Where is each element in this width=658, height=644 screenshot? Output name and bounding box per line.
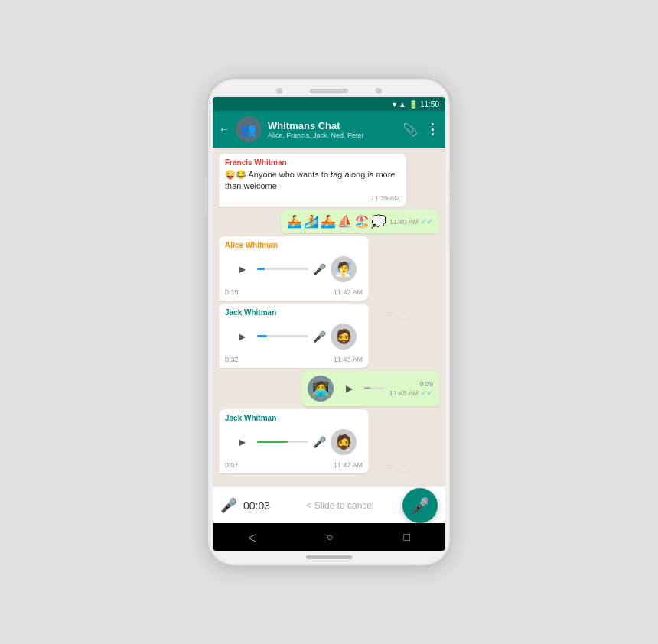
recording-mic-icon: 🎤 [220,497,237,514]
jack-duration: 0:32 [225,356,239,363]
jack-audio-content: ▶ 🎤 🧔 [225,319,363,354]
jack-progress-bar [257,335,308,337]
jack-play-button[interactable]: ▶ [231,326,252,347]
chat-title: Whitmans Chat [268,120,396,132]
recording-timer: 00:03 [243,499,278,512]
jack2-play-button[interactable]: ▶ [231,431,252,453]
group-avatar: 👥 [236,116,262,142]
sent-progress-fill [364,387,370,389]
progress-bar [257,268,308,270]
message-jack-audio-1: Jack Whitman ▶ 🎤 🧔 0:32 11:43 AM [219,304,369,368]
header-actions: 📎 ⋮ [402,121,439,138]
wifi-icon: ▾ [393,100,396,109]
jack2-progress-fill [257,441,288,443]
home-nav-button[interactable]: ○ [327,531,333,543]
jack-progress-fill [257,335,267,337]
sent-progress-bar [364,387,385,389]
jack2-audio-content: ▶ 🎤 🧔 [225,424,363,460]
phone-frame: ▾ ▲ 🔋 11:50 ← 👥 Whitmans Chat Alice, Fra… [207,77,451,567]
emoji-content: 🚣 🏄 🚣 ⛵ 🏖️ 💭 [287,214,386,229]
sent-audio-avatar: 🧑‍💻 [308,376,334,402]
status-bar: ▾ ▲ 🔋 11:50 [213,97,445,111]
mic-icon: 🎤 [313,263,326,275]
play-button[interactable]: ▶ [231,259,252,280]
sent-audio-time: 11:45 AM [389,389,419,397]
recent-nav-button[interactable]: □ [404,531,410,543]
chat-area: Francis Whitman 😜😂 Anyone who wants to t… [213,148,445,486]
battery-icon: 🔋 [409,100,418,109]
alice-audio-meta: 0:15 11:42 AM [225,288,363,296]
time-display: 11:50 [420,100,439,109]
alice-sender-name: Alice Whitman [225,241,363,249]
sender-name: Francis Whitman [225,158,400,167]
message-text: 😜😂 Anyone who wants to tag along is more… [225,169,400,193]
alice-duration: 0:15 [225,288,239,296]
jack-mic-icon: 🎤 [313,330,326,343]
emoji-ticks: ✓✓ [421,218,433,226]
jack-avatar-1: 🧔 [331,324,357,350]
chat-header: ← 👥 Whitmans Chat Alice, Francis, Jack, … [213,111,445,148]
jack-audio-wave [257,330,308,343]
alice-time: 11:42 AM [334,288,363,296]
message-francis-text: Francis Whitman 😜😂 Anyone who wants to t… [219,154,406,207]
message-sent-audio: 🧑‍💻 ▶ 0:09 11:45 AM ✓✓ [301,371,439,406]
message-jack-audio-2: Jack Whitman ▶ 🎤 🧔 0:07 11:47 AM [219,409,369,473]
jack2-time: 11:47 AM [334,461,363,469]
volume-down-button[interactable] [451,197,454,219]
slide-to-cancel-text: < Slide to cancel [284,500,396,511]
phone-bottom-bar [213,555,445,559]
status-icons: ▾ ▲ 🔋 11:50 [393,100,439,109]
jack2-sender-name: Jack Whitman [225,414,363,422]
cloud-emoji: 💭 [371,214,386,229]
sent-audio-meta: 11:45 AM ✓✓ [389,389,433,397]
sent-audio-wave [364,382,385,395]
surf-emoji: 🏄 [304,214,319,229]
speaker [310,89,348,93]
jack2-duration: 0:07 [225,461,239,469]
attach-icon[interactable]: 📎 [402,122,418,137]
front-camera [276,88,282,94]
alice-avatar: 🧖 [331,256,357,282]
home-indicator [306,555,352,559]
left-button [204,178,207,216]
jack2-audio-wave [257,436,308,448]
message-alice-audio: Alice Whitman ▶ 🎤 🧖 0:15 11:42 AM [219,236,369,301]
phone-screen: ▾ ▲ 🔋 11:50 ← 👥 Whitmans Chat Alice, Fra… [213,97,445,551]
audio-wave [257,263,308,275]
sent-audio-ticks: ✓✓ [421,389,433,397]
jack2-avatar: 🧔 [331,429,357,455]
beach-emoji: 🏖️ [354,214,370,229]
progress-fill [257,268,265,270]
signal-icon: ▲ [399,100,406,109]
audio-content: ▶ 🎤 🧖 [225,252,363,287]
back-nav-button[interactable]: ◁ [248,531,256,543]
more-icon[interactable]: ⋮ [425,121,439,138]
mic-fab-icon: 🎤 [411,496,430,515]
canoe-emoji: 🚣 [321,214,336,229]
message-meta: 11:39 AM [225,194,400,202]
jack2-progress-bar [257,441,308,443]
back-button[interactable]: ← [219,123,230,135]
recording-bar: 🎤 00:03 < Slide to cancel 🎤 [213,486,445,523]
jack-time: 11:43 AM [334,356,363,363]
sensor [376,88,382,94]
emoji-meta: 11:40 AM ✓✓ [389,218,433,226]
volume-up-button[interactable] [451,171,454,192]
bottom-nav: ◁ ○ □ [213,523,445,551]
jack2-audio-meta: 0:07 11:47 AM [225,461,363,469]
sent-duration: 0:09 [419,380,433,388]
jack-audio-meta: 0:32 11:43 AM [225,356,363,363]
power-button[interactable] [451,216,454,247]
message-sent-emoji: 🚣 🏄 🚣 ⛵ 🏖️ 💭 11:40 AM ✓✓ [281,210,439,233]
jack2-mic-icon: 🎤 [313,436,326,448]
message-time: 11:39 AM [371,194,400,202]
mic-fab-button[interactable]: 🎤 [402,488,438,523]
phone-top-bar [213,88,445,94]
emoji-time: 11:40 AM [389,218,419,226]
sailboat-emoji: ⛵ [337,214,353,229]
boat-emoji: 🚣 [287,214,302,229]
jack-sender-name: Jack Whitman [225,308,363,317]
sent-play-button[interactable]: ▶ [338,378,360,399]
chat-subtitle: Alice, Francis, Jack, Ned, Peter [268,132,396,139]
header-info: Whitmans Chat Alice, Francis, Jack, Ned,… [268,120,396,139]
